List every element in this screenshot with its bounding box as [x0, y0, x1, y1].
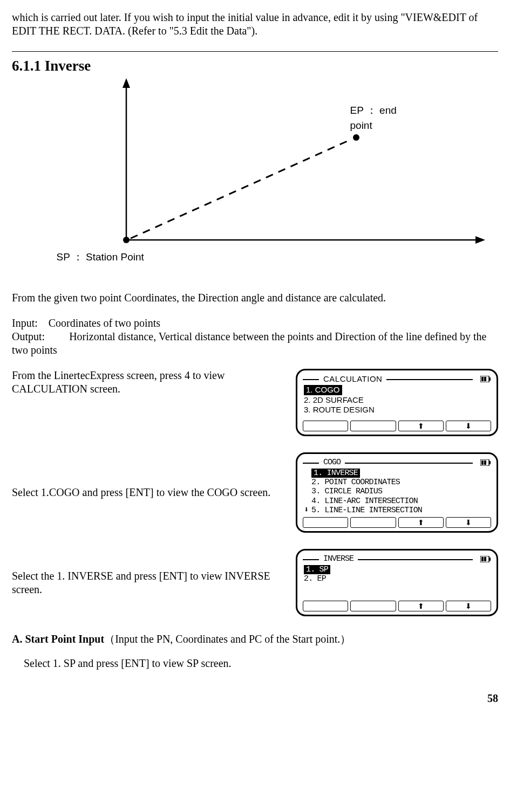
- svg-point-5: [353, 134, 359, 141]
- list-item: 2. EP: [304, 574, 326, 583]
- svg-marker-3: [475, 236, 485, 244]
- step1-text: From the LinertecExpress screen, press 4…: [12, 369, 288, 396]
- input-line: Input: Coordinates of two points: [12, 316, 498, 330]
- softkey-up: ⬆: [398, 421, 444, 431]
- svg-rect-16: [489, 558, 491, 561]
- sub-a-step: Select 1. SP and press [ENT] to view SP …: [12, 657, 498, 670]
- desc-paragraph: From the given two point Coordinates, th…: [12, 291, 498, 305]
- step2-text: Select 1.COGO and press [ENT] to view th…: [12, 486, 288, 499]
- softkey: [303, 517, 348, 528]
- svg-rect-12: [489, 461, 491, 464]
- svg-line-6: [131, 139, 352, 238]
- softkey: [303, 601, 348, 611]
- screen-title: INVERSE: [323, 555, 353, 563]
- sub-a-heading: A. Start Point Input（Input the PN, Coord…: [12, 632, 498, 646]
- list-item: 4. LINE-ARC INTERSECTION: [311, 497, 418, 506]
- list-item: 3. CIRCLE RADIUS: [311, 487, 382, 496]
- softkey: [350, 601, 396, 611]
- softkey: [303, 421, 348, 431]
- svg-marker-1: [123, 78, 130, 88]
- softkey-down: ⬇: [446, 421, 491, 431]
- softkey: [350, 421, 396, 431]
- softkey-up: ⬆: [398, 601, 444, 611]
- step3-text: Select the 1. INVERSE and press [ENT] to…: [12, 569, 288, 596]
- softkey-down: ⬇: [446, 517, 491, 528]
- svg-rect-9: [481, 377, 484, 381]
- svg-rect-17: [481, 557, 484, 561]
- cogo-screen: COGO 1. INVERSE 2. POINT COORDINATES 3. …: [296, 452, 498, 533]
- diagram-sp-label: SP ： Station Point: [57, 251, 144, 264]
- output-line: Output: Horizontal distance, Vertical di…: [12, 330, 498, 357]
- svg-rect-8: [489, 377, 491, 381]
- svg-rect-13: [481, 460, 484, 465]
- screen-title: COGO: [323, 458, 341, 466]
- list-item: 3. ROUTE DESIGN: [304, 405, 375, 414]
- softkey-down: ⬇: [446, 601, 491, 611]
- svg-rect-18: [484, 557, 486, 561]
- battery-icon: [480, 556, 491, 562]
- list-item: 1. COGO: [304, 385, 342, 395]
- section-heading: 6.1.1 Inverse: [12, 57, 498, 75]
- svg-rect-10: [484, 377, 486, 381]
- inverse-screen: INVERSE 1. SP 2. EP ⬆ ⬇: [296, 549, 498, 616]
- svg-rect-14: [484, 460, 486, 465]
- inverse-diagram: EP ： end point SP ： Station Point: [12, 78, 498, 272]
- divider: [12, 51, 498, 52]
- scroll-down-icon: ⬇: [304, 506, 311, 515]
- list-item: 1. INVERSE: [311, 469, 360, 478]
- list-item: 1. SP: [304, 565, 330, 574]
- diagram-ep-label-1: EP ： end: [350, 105, 397, 116]
- page-number: 58: [12, 692, 498, 705]
- softkey-up: ⬆: [398, 517, 444, 528]
- screen-title: CALCULATION: [323, 375, 382, 383]
- battery-icon: [480, 459, 491, 466]
- list-item: 2. 2D SURFACE: [304, 395, 364, 404]
- diagram-ep-label-2: point: [350, 120, 372, 131]
- list-item: 5. LINE-LINE INTERSECTION: [311, 506, 422, 515]
- list-item: 2. POINT COORDINATES: [311, 478, 400, 487]
- battery-icon: [480, 376, 491, 382]
- softkey: [350, 517, 396, 528]
- calculation-screen: CALCULATION 1. COGO 2. 2D SURFACE 3. ROU…: [296, 369, 498, 436]
- svg-point-4: [123, 237, 130, 243]
- intro-paragraph: which is carried out later. If you wish …: [12, 11, 498, 38]
